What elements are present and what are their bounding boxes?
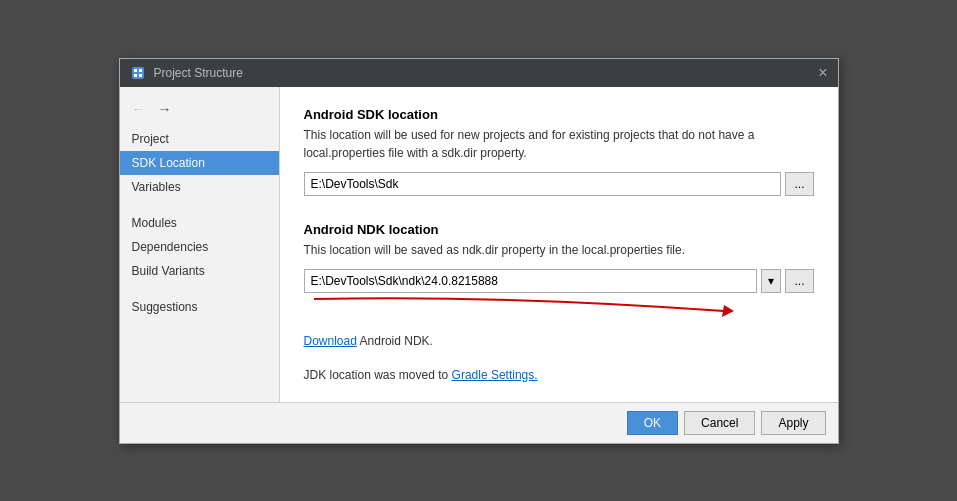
sdk-section-desc: This location will be used for new proje… — [304, 126, 814, 162]
ndk-section-title: Android NDK location — [304, 222, 814, 237]
back-button[interactable]: ← — [128, 99, 150, 119]
jdk-note-text: JDK location was moved to — [304, 368, 452, 382]
sidebar-item-modules[interactable]: Modules — [120, 211, 279, 235]
section-gap — [304, 202, 814, 222]
sidebar-item-variables[interactable]: Variables — [120, 175, 279, 199]
sidebar-spacer2 — [120, 283, 279, 295]
dialog-title: Project Structure — [154, 66, 243, 80]
sidebar: ← → Project SDK Location Variables Modul… — [120, 87, 280, 402]
sidebar-item-build-variants[interactable]: Build Variants — [120, 259, 279, 283]
svg-rect-0 — [132, 67, 144, 79]
titlebar-left: Project Structure — [130, 65, 243, 81]
ndk-location-input[interactable] — [304, 269, 758, 293]
chevron-down-icon: ▾ — [768, 274, 774, 288]
download-ndk-text: Android NDK. — [357, 334, 433, 348]
svg-rect-4 — [139, 74, 142, 77]
sidebar-spacer — [120, 199, 279, 211]
main-content: Android SDK location This location will … — [280, 87, 838, 402]
download-row: Download Android NDK. — [304, 333, 814, 348]
ndk-input-row: ▾ ... — [304, 269, 814, 293]
sdk-section-title: Android SDK location — [304, 107, 814, 122]
project-structure-dialog: Project Structure × ← → Project SDK Loca… — [119, 58, 839, 444]
download-ndk-link[interactable]: Download — [304, 334, 357, 348]
annotation-container — [304, 299, 814, 329]
dialog-icon — [130, 65, 146, 81]
sdk-browse-button[interactable]: ... — [785, 172, 813, 196]
sidebar-item-project[interactable]: Project — [120, 127, 279, 151]
sdk-input-row: ... — [304, 172, 814, 196]
apply-button[interactable]: Apply — [761, 411, 825, 435]
gradle-settings-link[interactable]: Gradle Settings. — [452, 368, 538, 382]
svg-marker-5 — [722, 305, 734, 317]
nav-buttons: ← → — [120, 95, 279, 127]
titlebar: Project Structure × — [120, 59, 838, 87]
cancel-button[interactable]: Cancel — [684, 411, 755, 435]
svg-rect-2 — [139, 69, 142, 72]
dialog-body: ← → Project SDK Location Variables Modul… — [120, 87, 838, 402]
sidebar-item-sdk-location[interactable]: SDK Location — [120, 151, 279, 175]
sidebar-item-suggestions[interactable]: Suggestions — [120, 295, 279, 319]
ndk-browse-button[interactable]: ... — [785, 269, 813, 293]
ndk-section-desc: This location will be saved as ndk.dir p… — [304, 241, 814, 259]
svg-rect-1 — [134, 69, 137, 72]
ndk-dropdown-button[interactable]: ▾ — [761, 269, 781, 293]
sdk-location-input[interactable] — [304, 172, 782, 196]
jdk-note: JDK location was moved to Gradle Setting… — [304, 368, 814, 382]
ok-button[interactable]: OK — [627, 411, 678, 435]
sidebar-item-dependencies[interactable]: Dependencies — [120, 235, 279, 259]
svg-rect-3 — [134, 74, 137, 77]
close-button[interactable]: × — [818, 65, 827, 81]
dialog-footer: OK Cancel Apply — [120, 402, 838, 443]
forward-button[interactable]: → — [154, 99, 176, 119]
red-arrow-annotation — [304, 291, 764, 321]
